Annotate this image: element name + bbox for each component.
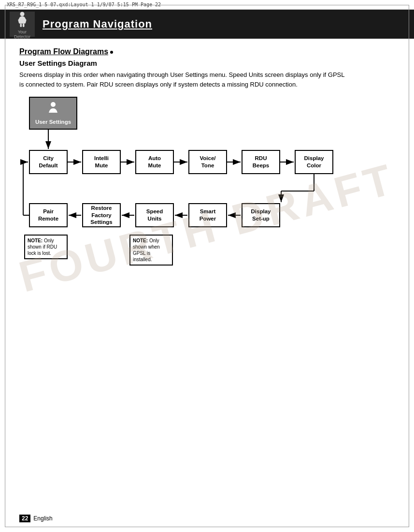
flow-box-intelli: IntelliMute bbox=[82, 150, 121, 174]
flow-box-pair: PairRemote bbox=[29, 203, 68, 227]
note-pair: NOTE: Only shown if RDU lock is lost. bbox=[24, 235, 68, 259]
note-speed: NOTE: Only shown when GPSL is installed. bbox=[129, 235, 173, 266]
flow-box-speed: SpeedUnits bbox=[135, 203, 174, 227]
user-settings-box: User Settings bbox=[29, 97, 77, 130]
flow-box-display-setup: DisplaySet-up bbox=[242, 203, 280, 227]
flow-box-city: CityDefault bbox=[29, 150, 68, 174]
footer-label: English bbox=[33, 515, 52, 522]
flow-box-display-color: DisplayColor bbox=[295, 150, 333, 174]
flow-box-voice: Voice/Tone bbox=[188, 150, 227, 174]
flow-diagram: User Settings CityDefault IntelliMute Au… bbox=[19, 97, 367, 281]
page-number: 22 bbox=[19, 515, 30, 522]
svg-point-22 bbox=[51, 102, 56, 107]
footer: 22 English bbox=[19, 515, 53, 522]
user-settings-icon bbox=[46, 101, 60, 117]
flow-box-rdu: RDUBeeps bbox=[242, 150, 280, 174]
flow-box-auto: AutoMute bbox=[135, 150, 174, 174]
flow-box-restore: RestoreFactorySettings bbox=[82, 203, 121, 227]
flow-box-smart: SmartPower bbox=[188, 203, 227, 227]
